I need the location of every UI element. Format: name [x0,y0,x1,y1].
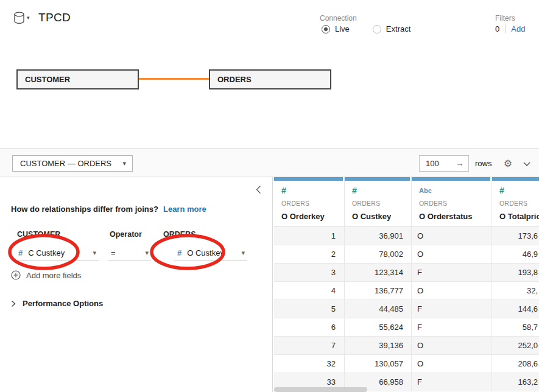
add-more-fields-button[interactable]: Add more fields [11,270,81,280]
apply-row-count-arrow-icon[interactable]: → [456,156,463,171]
table-cell: 32, [492,282,539,300]
row-count-input[interactable] [420,156,451,171]
number-type-icon: # [177,248,181,257]
table-cell: 123,314 [345,264,412,282]
horizontal-scrollbar-thumb[interactable] [274,387,367,392]
table-cell: 163,2 [492,373,539,391]
table-cell: 144,6 [492,300,539,318]
table-cell: 55,624 [345,318,412,337]
column-table-name: ORDERS [419,200,491,207]
performance-options-label: Performance Options [23,299,103,308]
right-table-column-label: ORDERS [163,230,196,239]
relationship-edit-panel: How do relationships differ from joins?L… [0,177,273,392]
table-cell: F [412,373,492,391]
column-field-name: O Orderstatus [419,212,491,221]
dropdown-caret-icon: ▾ [122,156,126,171]
grid-settings-gear-icon[interactable]: ⚙ [502,155,514,172]
table-cell: 3 [274,264,345,282]
table-cell: O [412,282,492,300]
table-cell: F [412,300,492,318]
right-field-dropdown[interactable]: # O Custkey ▾ [174,245,247,261]
connection-radio-extract[interactable]: Extract [373,24,410,33]
column-header[interactable]: #ORDERSO Totalprice [492,177,539,227]
add-filter-button[interactable]: Add [511,24,525,33]
column-accent-bar [345,177,410,181]
canvas-table-customer[interactable]: CUSTOMER [16,69,139,89]
chevron-right-icon [11,300,16,307]
learn-more-link[interactable]: Learn more [163,205,206,214]
table-cell: 7 [274,337,345,355]
filters-divider [505,24,506,33]
table-cell: 32 [274,355,345,373]
table-cell: 78,002 [345,245,412,264]
column-accent-bar [492,177,539,181]
table-cell: 46,9 [492,245,539,264]
radio-label: Live [335,24,350,33]
radio-circle-icon [322,25,330,33]
column-header[interactable]: #ORDERSO Custkey [345,177,412,227]
table-cell: 136,777 [345,282,412,300]
row-count-field: → [419,155,469,172]
plus-circle-icon [11,270,21,280]
table-cell: O [412,355,492,373]
datasource-database-icon[interactable] [13,12,25,26]
table-cell: O [412,245,492,264]
canvas-table-orders[interactable]: ORDERS [209,69,331,89]
table-cell: 39,136 [345,337,412,355]
database-menu-caret-icon[interactable]: ▾ [27,15,30,21]
left-table-column-label: CUSTOMER [17,230,60,239]
string-type-icon: Abc [419,186,491,195]
column-accent-bar [412,177,490,181]
left-field-dropdown[interactable]: # C Custkey ▾ [17,245,99,261]
column-accent-bar [274,177,343,181]
number-type-icon: # [18,248,23,257]
column-field-name: O Custkey [352,212,411,221]
filters-section-label: Filters [495,14,515,23]
table-cell: O [412,227,492,245]
relationship-noodle[interactable] [139,78,209,80]
table-cell: 5 [274,300,345,318]
radio-circle-icon [373,25,381,33]
table-cell: 252,0 [492,337,539,355]
right-field-value: O Custkey [187,248,224,257]
grid-options-chevron-down-icon[interactable] [523,159,531,169]
preview-toolbar: CUSTOMER — ORDERS ▾ → rows ⚙ [0,148,539,177]
collapse-panel-chevron-left-icon[interactable] [256,185,261,196]
dropdown-caret-icon: ▾ [241,249,245,257]
column-header[interactable]: AbcORDERSO Orderstatus [412,177,492,227]
data-grid: #ORDERSO Orderkey#ORDERSO CustkeyAbcORDE… [274,177,539,391]
radio-label: Extract [386,24,410,33]
table-cell: F [412,318,492,337]
number-type-icon: # [352,186,411,195]
column-header[interactable]: #ORDERSO Orderkey [274,177,345,227]
column-table-name: ORDERS [281,200,344,207]
table-cell: 2 [274,245,345,264]
column-field-name: O Orderkey [281,212,344,221]
table-cell: 36,901 [345,227,412,245]
table-cell: 173,6 [492,227,539,245]
table-cell: 208,6 [492,355,539,373]
dropdown-caret-icon: ▾ [93,249,96,257]
connection-radio-group: LiveExtract [322,24,410,33]
datasource-title[interactable]: TPCD [38,11,71,24]
relationship-selector-label: CUSTOMER — ORDERS [20,159,111,168]
table-cell: 193,8 [492,264,539,282]
table-cell: 130,057 [345,355,412,373]
relationship-selector-dropdown[interactable]: CUSTOMER — ORDERS ▾ [12,155,133,172]
column-table-name: ORDERS [499,200,539,207]
table-cell: 1 [274,227,345,245]
data-preview-grid: #ORDERSO Orderkey#ORDERSO CustkeyAbcORDE… [273,177,539,392]
table-cell: 6 [274,318,345,337]
table-cell: 58,7 [492,318,539,337]
operator-column-label: Operator [110,230,142,239]
number-type-icon: # [281,186,344,195]
rows-label: rows [475,155,491,172]
number-type-icon: # [499,186,539,195]
operator-dropdown[interactable]: = ▾ [108,245,151,261]
filters-row: 0 Add [495,24,525,33]
connection-radio-live[interactable]: Live [322,24,350,33]
table-cell: O [412,337,492,355]
help-question-text: How do relationships differ from joins? [11,205,158,214]
performance-options-toggle[interactable]: Performance Options [11,299,103,308]
table-cell: 4 [274,282,345,300]
